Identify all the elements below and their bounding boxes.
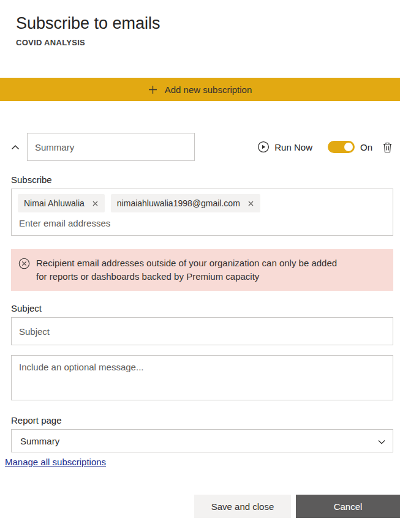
recipient-chip[interactable]: Nimai Ahluwalia — [18, 194, 105, 212]
remove-recipient-icon[interactable] — [92, 200, 99, 207]
report-page-label: Report page — [11, 415, 400, 425]
add-new-subscription-button[interactable]: Add new subscription — [0, 78, 400, 101]
page-title: Subscribe to emails — [16, 12, 400, 34]
subject-input[interactable] — [11, 317, 393, 345]
toggle-state-label: On — [360, 142, 372, 152]
cancel-button[interactable]: Cancel — [296, 495, 400, 518]
report-page-value: Summary — [20, 436, 59, 446]
subscribe-label: Subscribe — [11, 174, 400, 185]
footer-buttons: Save and close Cancel — [194, 495, 400, 518]
dialog-footer: Manage all subscriptions Save and close … — [0, 453, 400, 532]
chevron-down-icon — [378, 436, 385, 446]
optional-message-input[interactable] — [11, 355, 393, 400]
subscription-enabled-toggle[interactable] — [328, 141, 355, 153]
report-name: COVID ANALYSIS — [16, 38, 400, 47]
recipients-box[interactable]: Nimai Ahluwalia nimaiahluwalia1998@gmail… — [11, 189, 393, 236]
toggle-knob — [344, 143, 353, 151]
subscription-name-input[interactable] — [27, 133, 195, 161]
recipient-name: nimaiahluwalia1998@gmail.com — [117, 198, 240, 208]
dialog-header: Subscribe to emails COVID ANALYSIS — [0, 0, 400, 47]
run-now-label[interactable]: Run Now — [274, 142, 312, 152]
warning-message: Recipient email addresses outside of you… — [36, 257, 345, 283]
run-now-icon[interactable] — [257, 141, 270, 153]
premium-warning-banner: Recipient email addresses outside of you… — [11, 249, 393, 291]
plus-icon — [148, 85, 157, 94]
recipient-chip[interactable]: nimaiahluwalia1998@gmail.com — [111, 194, 260, 212]
subject-label: Subject — [11, 303, 400, 313]
subscription-header-row: Run Now On — [0, 133, 400, 161]
add-new-subscription-label: Add new subscription — [165, 84, 252, 95]
subscription-controls: Run Now On — [257, 141, 393, 153]
report-page-select[interactable]: Summary — [11, 429, 393, 452]
collapse-chevron-icon[interactable] — [11, 144, 27, 150]
email-address-input[interactable] — [18, 218, 202, 228]
recipient-name: Nimai Ahluwalia — [24, 198, 85, 208]
delete-subscription-icon[interactable] — [382, 141, 393, 153]
remove-recipient-icon[interactable] — [247, 200, 254, 207]
save-and-close-button[interactable]: Save and close — [194, 495, 291, 518]
error-circle-icon — [18, 258, 30, 272]
manage-subscriptions-link[interactable]: Manage all subscriptions — [5, 457, 106, 467]
recipient-chips: Nimai Ahluwalia nimaiahluwalia1998@gmail… — [18, 194, 387, 212]
